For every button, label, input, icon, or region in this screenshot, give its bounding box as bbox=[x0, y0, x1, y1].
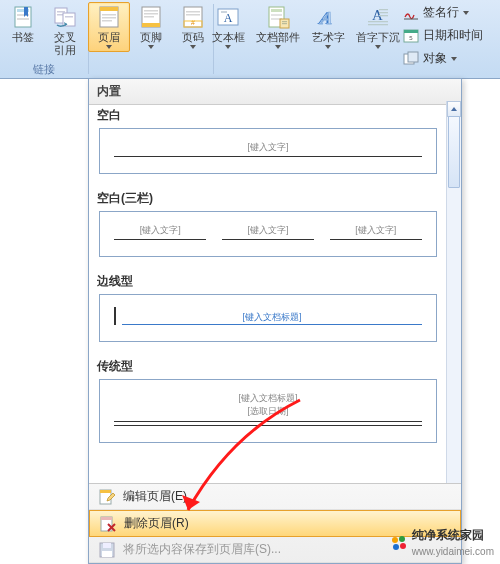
signature-line-button[interactable]: 签名行 bbox=[400, 2, 486, 23]
insert-extras: 签名行 5 日期和时间 对象 bbox=[396, 0, 490, 78]
svg-text:#: # bbox=[191, 19, 195, 26]
save-label: 将所选内容保存到页眉库(S)... bbox=[123, 541, 281, 558]
save-icon bbox=[99, 542, 115, 558]
wordart-button[interactable]: AA 艺术字 bbox=[305, 2, 351, 52]
textbox-label: 文本框 bbox=[212, 31, 245, 44]
dropcap-icon: A bbox=[366, 5, 390, 29]
svg-rect-50 bbox=[100, 490, 111, 493]
edit-header-label: 编辑页眉(E) bbox=[123, 488, 187, 505]
chevron-down-icon bbox=[463, 11, 469, 15]
cross-reference-button[interactable]: 交叉 引用 bbox=[44, 2, 86, 60]
scroll-track[interactable] bbox=[447, 116, 461, 486]
option-title-traditional: 传统型 bbox=[89, 352, 447, 379]
page-number-label: 页码 bbox=[182, 31, 204, 44]
chevron-down-icon bbox=[451, 57, 457, 61]
watermark-logo-icon bbox=[390, 534, 408, 552]
option-preview-traditional[interactable]: [键入文档标题] [选取日期] bbox=[99, 379, 437, 443]
svg-rect-34 bbox=[282, 23, 287, 24]
chevron-down-icon bbox=[275, 45, 281, 49]
chevron-down-icon bbox=[325, 45, 331, 49]
svg-rect-11 bbox=[100, 7, 118, 11]
svg-rect-19 bbox=[144, 16, 154, 18]
wordart-icon: AA bbox=[316, 5, 340, 29]
scroll-up-button[interactable] bbox=[447, 101, 461, 117]
svg-text:A: A bbox=[224, 11, 233, 25]
svg-rect-48 bbox=[408, 52, 418, 62]
bookmark-label: 书签 bbox=[12, 31, 34, 44]
edit-header-icon bbox=[99, 489, 115, 505]
chevron-down-icon bbox=[148, 45, 154, 49]
object-button[interactable]: 对象 bbox=[400, 48, 486, 69]
dropcap-label: 首字下沉 bbox=[356, 31, 400, 44]
svg-rect-52 bbox=[101, 517, 112, 520]
svg-rect-5 bbox=[57, 11, 65, 13]
svg-rect-29 bbox=[271, 9, 282, 12]
svg-rect-3 bbox=[17, 18, 29, 20]
ribbon: 书签 交叉 引用 链接 页眉 bbox=[0, 0, 500, 79]
scroll-thumb[interactable] bbox=[448, 116, 460, 188]
datetime-icon: 5 bbox=[403, 28, 419, 44]
edit-header-menuitem[interactable]: 编辑页眉(E) bbox=[89, 484, 461, 510]
svg-rect-56 bbox=[103, 543, 111, 548]
svg-rect-45 bbox=[404, 30, 418, 33]
header-button[interactable]: 页眉 bbox=[88, 2, 130, 52]
svg-rect-14 bbox=[102, 20, 112, 22]
footer-button[interactable]: 页脚 bbox=[130, 2, 172, 52]
header-gallery-dropdown: 内置 空白 [键入文字] 空白(三栏) [键入文字] [键入文字] [键入文字]… bbox=[88, 78, 462, 564]
option-title-sideline: 边线型 bbox=[89, 267, 447, 294]
svg-rect-30 bbox=[271, 14, 282, 16]
wordart-label: 艺术字 bbox=[312, 31, 345, 44]
remove-header-label: 删除页眉(R) bbox=[124, 515, 189, 532]
svg-rect-12 bbox=[102, 14, 116, 16]
textbox-icon: A bbox=[216, 5, 240, 29]
quickparts-label: 文档部件 bbox=[256, 31, 300, 44]
svg-point-59 bbox=[392, 537, 398, 543]
svg-rect-18 bbox=[144, 13, 158, 15]
option-preview-blank[interactable]: [键入文字] bbox=[99, 128, 437, 174]
svg-point-61 bbox=[393, 544, 399, 550]
quickparts-button[interactable]: 文档部件 bbox=[251, 2, 305, 52]
svg-rect-16 bbox=[142, 23, 160, 27]
header-icon bbox=[97, 5, 121, 29]
group-title-links: 链接 bbox=[0, 62, 88, 77]
signature-label: 签名行 bbox=[423, 4, 459, 21]
option-title-blank: 空白 bbox=[89, 101, 447, 128]
chevron-down-icon bbox=[106, 45, 112, 49]
svg-rect-17 bbox=[144, 10, 158, 12]
svg-point-62 bbox=[400, 543, 406, 549]
svg-rect-57 bbox=[102, 551, 112, 557]
svg-rect-33 bbox=[282, 21, 287, 22]
option-preview-blank3[interactable]: [键入文字] [键入文字] [键入文字] bbox=[99, 211, 437, 257]
svg-rect-41 bbox=[368, 21, 388, 22]
chevron-down-icon bbox=[225, 45, 231, 49]
page-number-icon: # bbox=[181, 5, 205, 29]
cross-reference-label: 交叉 引用 bbox=[54, 31, 76, 57]
datetime-label: 日期和时间 bbox=[423, 27, 483, 44]
svg-rect-22 bbox=[186, 14, 200, 16]
option-preview-sideline[interactable]: [键入文档标题] bbox=[99, 294, 437, 342]
object-label: 对象 bbox=[423, 50, 447, 67]
svg-rect-38 bbox=[379, 9, 388, 10]
textbox-button[interactable]: A 文本框 bbox=[205, 2, 251, 52]
quickparts-icon bbox=[266, 5, 290, 29]
scrollbar[interactable] bbox=[446, 101, 461, 501]
svg-rect-40 bbox=[379, 15, 388, 16]
cross-reference-icon bbox=[53, 5, 77, 29]
chevron-down-icon bbox=[190, 45, 196, 49]
header-label: 页眉 bbox=[98, 31, 120, 44]
watermark-url: www.yidaimei.com bbox=[412, 546, 494, 557]
svg-rect-21 bbox=[186, 11, 200, 13]
bookmark-icon bbox=[11, 5, 35, 29]
watermark-name: 纯净系统家园 bbox=[412, 528, 484, 542]
datetime-button[interactable]: 5 日期和时间 bbox=[400, 25, 486, 46]
watermark: 纯净系统家园 www.yidaimei.com bbox=[390, 527, 494, 558]
svg-rect-13 bbox=[102, 17, 116, 19]
gallery-scroll-area: 空白 [键入文字] 空白(三栏) [键入文字] [键入文字] [键入文字] 边线… bbox=[89, 101, 447, 501]
dropcap-button[interactable]: A 首字下沉 bbox=[351, 2, 405, 52]
svg-rect-42 bbox=[368, 24, 388, 25]
svg-rect-39 bbox=[379, 12, 388, 13]
placeholder-text: [键入文字] bbox=[114, 141, 422, 154]
svg-point-60 bbox=[399, 536, 405, 542]
bookmark-button[interactable]: 书签 bbox=[2, 2, 44, 60]
signature-icon bbox=[403, 5, 419, 21]
